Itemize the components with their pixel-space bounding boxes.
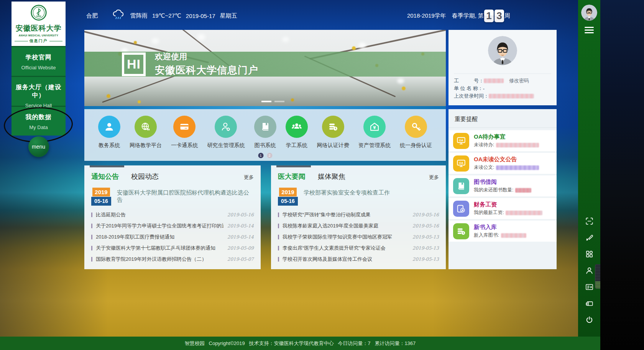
reminder-oa-unread[interactable]: OA OA未读公文公告 未读公文: (449, 153, 557, 174)
redacted-employee-id (484, 79, 504, 83)
id-card-icon[interactable]: A (585, 283, 594, 291)
semester-label: 2018-2019学年 春季学期, 第 (407, 12, 484, 20)
svg-text:A: A (590, 286, 592, 289)
oa-monitor-icon: OA (453, 133, 469, 149)
list-clock-icon (322, 116, 344, 138)
brush-icon[interactable] (585, 233, 594, 242)
reminder-oa-todo[interactable]: OA OA待办事宜 未读待办: (449, 130, 557, 151)
portal-page: 合肥 雷阵雨 19℃~27℃ 2019-05-17 星期五 2018-2019学… (0, 0, 600, 350)
fullscreen-icon[interactable] (585, 217, 594, 226)
app-renzheng-jifei[interactable]: 网络认证计费 (317, 116, 349, 149)
tab-campus-news[interactable]: 校园动态 (131, 172, 159, 181)
list-item[interactable]: 比选延期公告2019-05-16 (91, 209, 254, 220)
item-tick (91, 235, 92, 239)
item-tick (278, 246, 279, 250)
desktop-edge (600, 0, 644, 350)
panel-top-strip (84, 106, 446, 109)
page-dot-1[interactable]: 1 (258, 153, 263, 158)
item-tick (278, 213, 279, 217)
page-dot-2[interactable]: 2 (267, 153, 272, 158)
user-profile-panel: 工 号： 修改密码 单 位 名 称： - 上次登录时间： (449, 30, 557, 105)
item-tick (278, 235, 279, 239)
portal-subtitle: 信息门户 (12, 38, 66, 44)
sidebar-item-service-hall[interactable]: 服务大厅（建设中） Service Hall (12, 76, 66, 106)
reminders-panel: 重要提醒 OA OA待办事宜 未读待办: OA OA未读公文公告 未读公文: (449, 109, 557, 269)
user-icon[interactable] (585, 266, 594, 275)
app-xuegong[interactable]: 学工系统 (286, 116, 308, 149)
people-icon (286, 116, 308, 138)
avatar[interactable] (488, 36, 517, 65)
app-zichan[interactable]: ¥ 资产管理系统 (358, 116, 391, 149)
book-icon (254, 116, 276, 138)
date-badge: 2019 05-16 (91, 188, 111, 206)
list-item[interactable]: 国际教育学院2019年对外汉语教师招聘公告（二）2019-05-07 (91, 254, 254, 265)
employee-id-row: 工 号： 修改密码 (454, 77, 551, 85)
minimized-widget[interactable] (595, 264, 600, 289)
tab-university-news[interactable]: 医大要闻 (278, 172, 306, 181)
tab-notices[interactable]: 通知公告 (91, 172, 119, 181)
date-label: 2019-05-17 (186, 13, 215, 19)
list-item[interactable]: 关于安徽医科大学第十七届教职工乒乓球团体赛的通知2019-05-09 (91, 242, 254, 254)
featured-news[interactable]: 2019 05-16 学校部署实验室安全专项检查工作 (271, 181, 446, 206)
app-yikatong[interactable]: 一卡通系统 (171, 116, 198, 149)
semester-week: 2018-2019学年 春季学期, 第 1 3 周 (407, 9, 510, 22)
list-item[interactable]: 李俊出席“医学生人文素质提升研究”专家论证会2019-05-13 (278, 242, 439, 254)
change-password-link[interactable]: 修改密码 (509, 77, 529, 84)
list-item[interactable]: 关于2019年同等学力申请硕士学位全国统考准考证打印的通知2019-05-14 (91, 220, 254, 231)
reminder-new-books[interactable]: 新书入库 新入库图书: (449, 221, 557, 242)
app-wangluo-jiaoxue[interactable]: 网络教学平台 (130, 116, 162, 149)
apps-pagination: 1 2 (258, 153, 272, 158)
university-news-panel: 医大要闻 媒体聚焦 更多 2019 05-16 学校部署实验室安全专项检查工作 … (271, 165, 446, 269)
app-tongyi-shenfen[interactable]: 统一身份认证 (400, 116, 432, 149)
unit-name-row: 单 位 名 称： - (454, 85, 551, 92)
item-tick (91, 213, 92, 217)
list-item[interactable]: 我校学子荣获国际生理学知识竞赛中国地区赛冠军2019-05-13 (278, 231, 439, 242)
more-link[interactable]: 更多 (244, 174, 254, 181)
week-digit-2: 3 (495, 10, 504, 22)
list-item[interactable]: 我校陈孝龄家庭入选2019年度全国最美家庭2019-05-16 (278, 220, 439, 231)
list-clock-icon (453, 223, 469, 239)
power-icon[interactable] (585, 316, 594, 324)
sidebar-item-official-website[interactable]: 学校官网 Official Website (12, 46, 66, 76)
reminder-salary[interactable]: ¥ 财务工资 我的最新工资: (449, 198, 557, 219)
tab-media-focus[interactable]: 媒体聚焦 (318, 172, 345, 181)
svg-text:¥: ¥ (373, 125, 376, 130)
university-logo[interactable]: 安徽医科大学 ANHUI MEDICAL UNIVERSITY 信息门户 (12, 2, 66, 46)
last-login-row: 上次登录时间： (454, 92, 551, 100)
item-tick (91, 224, 92, 228)
sidebar-item-my-data[interactable]: 我的数据 My Data (12, 106, 66, 136)
apps-grid-icon[interactable] (585, 250, 594, 258)
divider (449, 128, 557, 128)
rain-cloud-icon (102, 2, 126, 28)
list-item[interactable]: 2018-2019年度职工医疗费报销通知2019-05-14 (91, 231, 254, 242)
avatar-small[interactable] (581, 5, 597, 21)
salary-card-icon: ¥ (453, 201, 469, 217)
hamburger-menu-icon[interactable] (585, 27, 594, 33)
notices-panel: 通知公告 校园动态 更多 2019 05-16 安徽医科大学附属口腔医院招标代理… (84, 165, 261, 269)
featured-notice[interactable]: 2019 05-16 安徽医科大学附属口腔医院招标代理机构遴选比选公告 (84, 181, 261, 206)
app-tushu[interactable]: 图书系统 (254, 116, 276, 149)
quick-apps-panel: 教务系统 网络教学平台 一卡通系统 (84, 109, 446, 161)
week-suffix-label: 周 (504, 12, 510, 20)
carousel-dash[interactable] (274, 101, 284, 102)
app-jiaowu[interactable]: 教务系统 (98, 116, 120, 149)
oa-monitor-icon: OA (453, 155, 469, 172)
item-tick (278, 224, 279, 228)
list-item[interactable]: 学校召开首次网络及新媒体宣传工作会议2019-05-13 (278, 254, 439, 265)
redacted-count (501, 233, 526, 238)
temperature-label: 19℃~27℃ (152, 12, 181, 19)
menu-button[interactable]: menu (28, 136, 49, 157)
wallet-icon[interactable] (585, 299, 594, 308)
branch-decoration (102, 73, 182, 103)
welcome-banner[interactable]: HI 欢迎使用 安徽医科大学信息门户 (84, 30, 446, 106)
list-item[interactable]: 学校研究“严强转”集中整治行动制度成果2019-05-16 (278, 209, 439, 220)
item-tick (91, 246, 92, 250)
carousel-dash-active[interactable] (261, 101, 271, 102)
university-name-en: ANHUI MEDICAL UNIVERSITY (12, 34, 66, 37)
reminder-library-loans[interactable]: 图书借阅 我的未还图书数量: (449, 175, 557, 196)
left-sidebar: 安徽医科大学 ANHUI MEDICAL UNIVERSITY 信息门户 学校官… (12, 2, 66, 136)
app-yanjiusheng[interactable]: 研究生管理系统 (207, 116, 245, 149)
weekday-label: 星期五 (220, 12, 237, 20)
svg-text:OA: OA (459, 138, 463, 142)
more-link[interactable]: 更多 (429, 174, 439, 181)
